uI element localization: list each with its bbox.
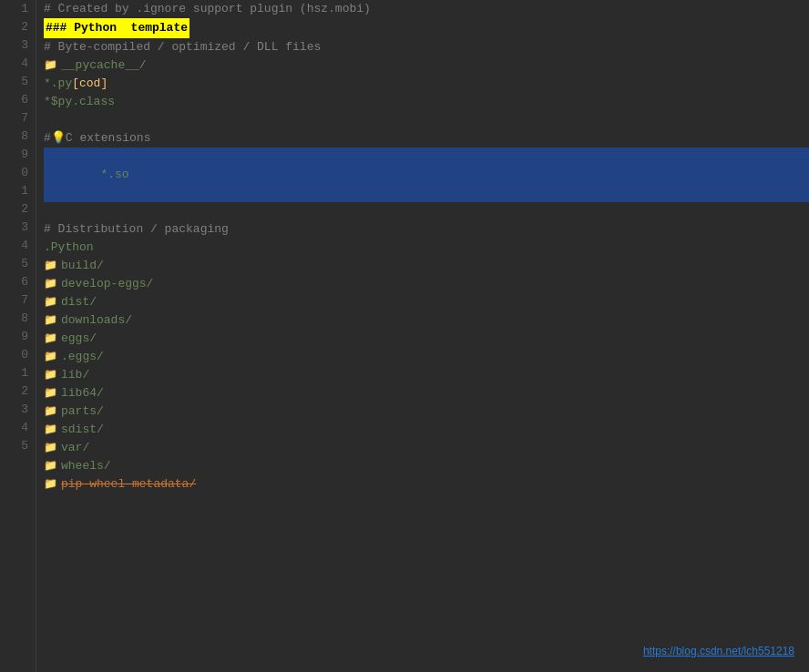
code-line-9: *.so bbox=[44, 148, 809, 202]
line21-text: parts/ bbox=[61, 402, 104, 421]
code-line-11: # Distribution / packaging bbox=[44, 220, 809, 239]
code-line-17: 📁eggs/ bbox=[44, 330, 809, 348]
folder-icon-14: 📁 bbox=[44, 275, 57, 293]
code-line-14: 📁develop-eggs/ bbox=[44, 275, 809, 293]
code-area: 1 2 3 4 5 6 7 8 9 0 1 2 3 4 5 6 7 8 9 0 … bbox=[0, 0, 809, 672]
code-line-1: # Created by .ignore support plugin (hsz… bbox=[44, 0, 809, 18]
code-line-10 bbox=[44, 202, 809, 220]
code-line-15: 📁dist/ bbox=[44, 293, 809, 311]
line-num-1: 1 bbox=[4, 0, 28, 18]
line-num-9: 9 bbox=[4, 146, 28, 164]
folder-icon-25: 📁 bbox=[44, 475, 57, 494]
code-line-20: 📁lib64/ bbox=[44, 384, 809, 402]
line10-empty bbox=[44, 202, 51, 220]
folder-icon-16: 📁 bbox=[44, 311, 57, 330]
line-num-2: 2 bbox=[4, 18, 28, 36]
line2-heading: ### Python template bbox=[44, 18, 189, 38]
folder-icon-20: 📁 bbox=[44, 384, 57, 402]
line1-text: # Created by .ignore support plugin (hsz… bbox=[44, 0, 371, 18]
line-num-18: 8 bbox=[4, 310, 28, 328]
line-num-14: 4 bbox=[4, 237, 28, 255]
line18-text: .eggs/ bbox=[61, 348, 104, 366]
code-line-16: 📁downloads/ bbox=[44, 311, 809, 330]
line-num-5: 5 bbox=[4, 73, 28, 91]
folder-icon-15: 📁 bbox=[44, 293, 57, 311]
line15-text: dist/ bbox=[61, 293, 97, 311]
line14-text: develop-eggs/ bbox=[61, 275, 153, 293]
folder-icon-19: 📁 bbox=[44, 366, 57, 384]
line-num-13: 3 bbox=[4, 219, 28, 237]
line-num-3: 3 bbox=[4, 36, 28, 55]
code-line-3: # Byte-compiled / optimized / DLL files bbox=[44, 38, 809, 56]
folder-icon-22: 📁 bbox=[44, 421, 57, 439]
code-line-4: 📁__pycache__/ bbox=[44, 56, 809, 75]
folder-icon-24: 📁 bbox=[44, 457, 57, 475]
code-line-6: *$py.class bbox=[44, 93, 809, 111]
line16-text: downloads/ bbox=[61, 311, 132, 330]
line25-text: pip-wheel-metadata/ bbox=[61, 475, 196, 494]
folder-icon-21: 📁 bbox=[44, 402, 57, 421]
line3-text: # Byte-compiled / optimized / DLL files bbox=[44, 38, 321, 56]
line-num-23: 3 bbox=[4, 401, 28, 419]
line-num-21: 1 bbox=[4, 364, 28, 382]
code-line-18: 📁.eggs/ bbox=[44, 348, 809, 366]
code-content[interactable]: # Created by .ignore support plugin (hsz… bbox=[36, 0, 809, 672]
folder-icon-18: 📁 bbox=[44, 348, 57, 366]
code-line-25: 📁pip-wheel-metadata/ bbox=[44, 475, 809, 494]
line22-text: sdist/ bbox=[61, 421, 104, 439]
line23-text: var/ bbox=[61, 439, 89, 457]
line-num-25: 5 bbox=[4, 437, 28, 455]
line-num-19: 9 bbox=[4, 328, 28, 346]
line-num-24: 4 bbox=[4, 419, 28, 437]
code-line-22: 📁sdist/ bbox=[44, 421, 809, 439]
code-line-19: 📁lib/ bbox=[44, 366, 809, 384]
line-num-4: 4 bbox=[4, 55, 28, 73]
line13-text: build/ bbox=[61, 257, 104, 275]
line6-text: *$py.class bbox=[44, 93, 115, 111]
folder-icon-23: 📁 bbox=[44, 439, 57, 457]
line-num-20: 0 bbox=[4, 346, 28, 364]
line7-empty bbox=[44, 111, 51, 129]
code-line-2: ### Python template bbox=[44, 18, 809, 38]
line-num-17: 7 bbox=[4, 291, 28, 310]
line24-text: wheels/ bbox=[61, 457, 111, 475]
folder-icon-4: 📁 bbox=[44, 56, 57, 75]
line-num-16: 6 bbox=[4, 273, 28, 291]
code-line-23: 📁var/ bbox=[44, 439, 809, 457]
line5-text: *.py bbox=[44, 75, 72, 93]
folder-icon-17: 📁 bbox=[44, 330, 57, 348]
line17-text: eggs/ bbox=[61, 330, 97, 348]
code-line-8: #💡C extensions bbox=[44, 129, 809, 148]
line-num-12: 2 bbox=[4, 200, 28, 219]
editor-container: 1 2 3 4 5 6 7 8 9 0 1 2 3 4 5 6 7 8 9 0 … bbox=[0, 0, 809, 672]
line-num-22: 2 bbox=[4, 382, 28, 401]
line-numbers: 1 2 3 4 5 6 7 8 9 0 1 2 3 4 5 6 7 8 9 0 … bbox=[0, 0, 36, 672]
line-num-11: 1 bbox=[4, 182, 28, 200]
line8-hash: # bbox=[44, 129, 51, 148]
code-line-24: 📁wheels/ bbox=[44, 457, 809, 475]
line12-text: .Python bbox=[44, 239, 94, 257]
lightbulb-icon: 💡 bbox=[51, 129, 66, 148]
line-num-15: 5 bbox=[4, 255, 28, 273]
line-num-10: 0 bbox=[4, 164, 28, 182]
code-line-13: 📁build/ bbox=[44, 257, 809, 275]
line11-text: # Distribution / packaging bbox=[44, 220, 229, 239]
code-line-7 bbox=[44, 111, 809, 129]
line-num-7: 7 bbox=[4, 109, 28, 127]
code-line-12: .Python bbox=[44, 239, 809, 257]
watermark: https://blog.csdn.net/lch551218 bbox=[643, 645, 794, 657]
folder-icon-13: 📁 bbox=[44, 257, 57, 275]
line4-text: __pycache__/ bbox=[61, 56, 147, 75]
line9-text: *.so bbox=[100, 168, 128, 181]
line20-text: lib64/ bbox=[61, 384, 104, 402]
code-line-5: *.py[cod] bbox=[44, 75, 809, 93]
watermark-url: https://blog.csdn.net/lch551218 bbox=[643, 645, 794, 657]
line-num-8: 8 bbox=[4, 127, 28, 146]
line-num-6: 6 bbox=[4, 91, 28, 109]
line19-text: lib/ bbox=[61, 366, 89, 384]
line5-bracket: [cod] bbox=[72, 75, 108, 93]
line8-text: C extensions bbox=[66, 129, 151, 148]
code-line-21: 📁parts/ bbox=[44, 402, 809, 421]
